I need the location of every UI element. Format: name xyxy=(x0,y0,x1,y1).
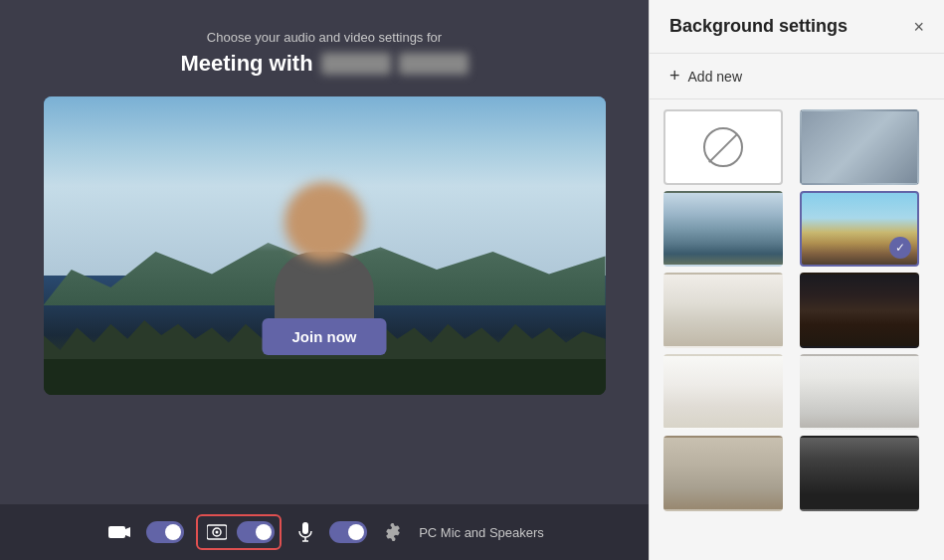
controls-bar: PC Mic and Speakers xyxy=(0,504,649,560)
person-head xyxy=(284,182,364,262)
name-blur-2 xyxy=(399,53,469,75)
none-icon xyxy=(703,127,743,167)
bg-option-white1[interactable] xyxy=(663,354,783,430)
bg-effect-button[interactable] xyxy=(203,519,231,545)
left-panel: Choose your audio and video settings for… xyxy=(0,0,649,560)
svg-point-2 xyxy=(216,531,219,534)
pc-audio-label: PC Mic and Speakers xyxy=(419,525,544,540)
bg-option-office[interactable] xyxy=(663,191,783,267)
bg-effect-toggle[interactable] xyxy=(237,521,275,543)
audio-settings-button[interactable] xyxy=(379,518,407,546)
camera-icon xyxy=(108,523,130,541)
bg-option-none[interactable] xyxy=(663,109,783,185)
selected-checkmark: ✓ xyxy=(889,237,911,259)
bg-option-room1[interactable] xyxy=(663,273,783,348)
bg-option-partial2[interactable] xyxy=(800,436,919,511)
mic-toggle[interactable] xyxy=(329,521,367,543)
svg-rect-3 xyxy=(302,522,308,534)
close-button[interactable]: × xyxy=(913,18,924,36)
mic-toggle-knob xyxy=(348,524,364,540)
bg-effect-icon xyxy=(207,523,227,541)
bg-option-blur[interactable] xyxy=(800,109,919,185)
add-icon: + xyxy=(669,66,680,87)
right-panel: Background settings × + Add new ✓ xyxy=(649,0,944,560)
camera-button[interactable] xyxy=(104,519,134,545)
background-grid: ✓ xyxy=(650,99,944,521)
gear-icon xyxy=(383,522,403,542)
bg-option-room2[interactable] xyxy=(800,273,919,348)
add-new-row[interactable]: + Add new xyxy=(650,54,944,99)
name-blur-1 xyxy=(321,53,391,75)
bg-option-white2[interactable] xyxy=(800,354,919,430)
mic-button[interactable] xyxy=(293,518,317,546)
audio-settings-text: Choose your audio and video settings for xyxy=(207,30,442,45)
add-new-label: Add new xyxy=(688,69,742,85)
ground-bg xyxy=(44,359,606,395)
bg-effect-toggle-knob xyxy=(256,524,272,540)
person-preview xyxy=(265,182,384,341)
bg-option-partial1[interactable] xyxy=(663,436,783,511)
bg-effect-highlight xyxy=(196,514,282,550)
join-now-button[interactable]: Join now xyxy=(263,318,387,355)
meeting-with-label: Meeting with xyxy=(180,51,312,77)
bg-settings-title: Background settings xyxy=(669,16,848,37)
camera-toggle[interactable] xyxy=(146,521,184,543)
video-preview: Join now xyxy=(44,96,606,395)
bg-settings-header: Background settings × xyxy=(650,0,944,54)
meeting-title-row: Meeting with xyxy=(180,51,468,77)
camera-toggle-knob xyxy=(165,524,181,540)
bg-option-beach[interactable]: ✓ xyxy=(800,191,919,267)
mic-icon xyxy=(297,522,313,542)
